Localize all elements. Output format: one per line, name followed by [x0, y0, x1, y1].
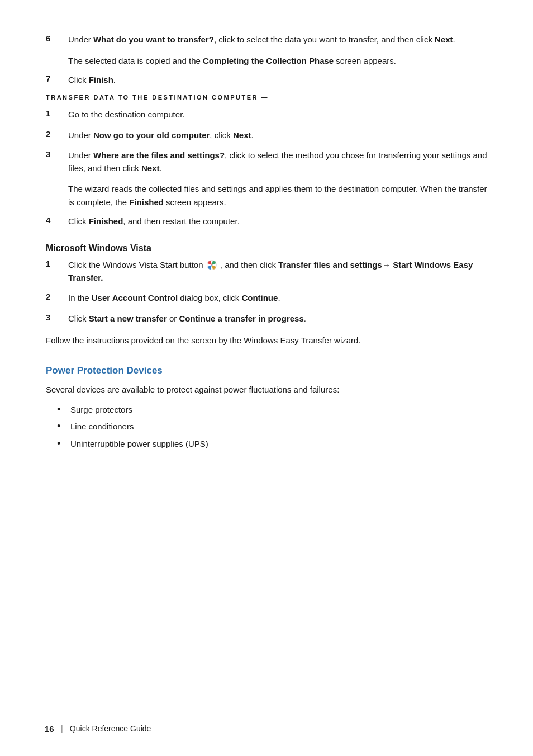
- transfer-step-1-text: Go to the destination computer.: [68, 110, 184, 119]
- transfer-step-3-content: Under Where are the files and settings?,…: [68, 149, 487, 174]
- step-6: 6 Under What do you want to transfer?, c…: [46, 34, 487, 46]
- transfer-step-1-content: Go to the destination computer.: [68, 108, 487, 121]
- vista-step-1-text: Click the Windows Vista Start button , a…: [68, 260, 473, 282]
- list-item: • Uninterruptible power supplies (UPS): [57, 438, 487, 451]
- vista-step-3-number: 3: [46, 313, 68, 322]
- step-6-number: 6: [46, 34, 68, 43]
- wizard-follow-text: Follow the instructions provided on the …: [46, 334, 487, 347]
- power-protection-section: Power Protection Devices Several devices…: [46, 365, 487, 451]
- vista-step-1: 1 Click the Windows Vista Start button: [46, 259, 487, 284]
- vista-step-3: 3 Click Start a new transfer or Continue…: [46, 313, 487, 325]
- vista-step-3-text: Click Start a new transfer or Continue a…: [68, 314, 306, 323]
- content-area: 6 Under What do you want to transfer?, c…: [46, 34, 487, 450]
- step-7-text: Click Finish.: [68, 75, 116, 84]
- vista-step-1-number: 1: [46, 259, 68, 268]
- bullet-text-2: Line conditioners: [70, 420, 134, 433]
- vista-step-2: 2 In the User Account Control dialog box…: [46, 292, 487, 305]
- transfer-step-4-text: Click Finished, and then restart the com…: [68, 216, 240, 226]
- windows-vista-start-icon: [207, 260, 217, 270]
- vista-step-2-content: In the User Account Control dialog box, …: [68, 292, 487, 305]
- transfer-step-4-number: 4: [46, 215, 68, 225]
- list-item: • Surge protectors: [57, 404, 487, 417]
- step-7: 7 Click Finish.: [46, 74, 487, 87]
- transfer-step-2-content: Under Now go to your old computer, click…: [68, 129, 487, 142]
- bullet-dot-3: •: [57, 438, 66, 450]
- bullet-dot-2: •: [57, 420, 66, 433]
- transfer-step-2-number: 2: [46, 129, 68, 139]
- footer-page-number: 16: [45, 724, 54, 734]
- vista-step-2-number: 2: [46, 292, 68, 301]
- list-item: • Line conditioners: [57, 420, 487, 433]
- step-6-text: Under What do you want to transfer?, cli…: [68, 35, 455, 44]
- vista-step-1-content: Click the Windows Vista Start button , a…: [68, 259, 487, 284]
- transfer-step-1: 1 Go to the destination computer.: [46, 108, 487, 121]
- bullet-text-3: Uninterruptible power supplies (UPS): [70, 438, 208, 451]
- step-6-note-text: The selected data is copied and the Comp…: [68, 56, 396, 65]
- page-footer: 16 | Quick Reference Guide: [45, 724, 488, 734]
- transfer-step-4-content: Click Finished, and then restart the com…: [68, 215, 487, 228]
- step-6-content: Under What do you want to transfer?, cli…: [68, 34, 487, 46]
- bullet-dot-1: •: [57, 404, 66, 416]
- step-7-content: Click Finish.: [68, 74, 487, 87]
- ms-vista-section: Microsoft Windows Vista 1 Click the Wind…: [46, 243, 487, 325]
- footer-separator: |: [61, 724, 63, 734]
- vista-step-3-content: Click Start a new transfer or Continue a…: [68, 313, 487, 325]
- transfer-step-2-text: Under Now go to your old computer, click…: [68, 130, 254, 140]
- page: 6 Under What do you want to transfer?, c…: [0, 0, 533, 756]
- transfer-step-3-text: Under Where are the files and settings?,…: [68, 150, 487, 173]
- transfer-step-3-note-text: The wizard reads the collected files and…: [68, 184, 487, 206]
- footer-guide-title: Quick Reference Guide: [70, 724, 151, 733]
- transfer-step-3-number: 3: [46, 149, 68, 159]
- power-bullet-list: • Surge protectors • Line conditioners •…: [57, 404, 487, 451]
- transfer-section-header: TRANSFER DATA TO THE DESTINATION COMPUTE…: [46, 94, 487, 101]
- bullet-text-1: Surge protectors: [70, 404, 132, 417]
- step-7-number: 7: [46, 74, 68, 83]
- ms-vista-header: Microsoft Windows Vista: [46, 243, 487, 253]
- transfer-step-4: 4 Click Finished, and then restart the c…: [46, 215, 487, 228]
- transfer-step-3: 3 Under Where are the files and settings…: [46, 149, 487, 174]
- power-protection-header: Power Protection Devices: [46, 365, 487, 376]
- step-6-note: The selected data is copied and the Comp…: [68, 54, 487, 67]
- transfer-step-1-number: 1: [46, 108, 68, 118]
- transfer-step-2: 2 Under Now go to your old computer, cli…: [46, 129, 487, 142]
- transfer-step-3-note: The wizard reads the collected files and…: [68, 182, 487, 209]
- vista-step-2-text: In the User Account Control dialog box, …: [68, 293, 280, 303]
- power-intro-text: Several devices are available to protect…: [46, 383, 487, 396]
